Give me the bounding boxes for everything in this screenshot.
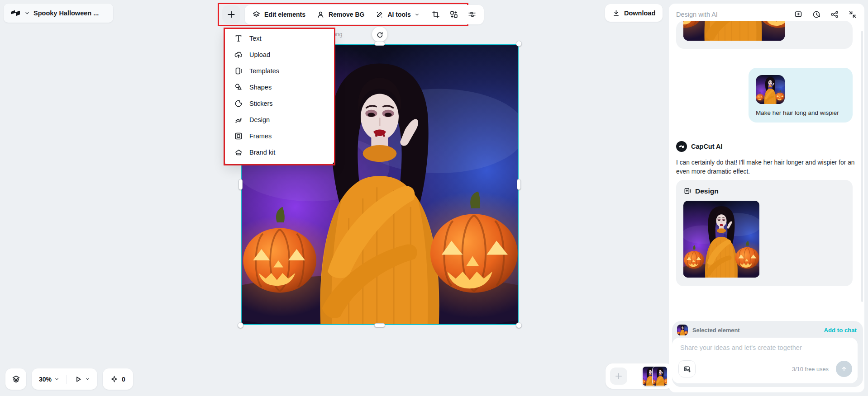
capcut-ai-avatar: [676, 141, 687, 152]
frames-icon: [234, 132, 243, 141]
menu-item-templates[interactable]: Templates: [225, 63, 334, 79]
ai-tools-label: AI tools: [387, 11, 410, 18]
send-arrow-icon: [840, 365, 848, 372]
layers-icon: [11, 374, 21, 384]
menu-item-shapes[interactable]: Shapes: [225, 79, 334, 95]
free-uses-counter: 3/10 free uses: [792, 366, 829, 372]
attach-image-button[interactable]: [678, 360, 696, 377]
crop-icon[interactable]: [431, 10, 440, 19]
history-icon[interactable]: [812, 10, 821, 19]
chevron-down-icon[interactable]: [54, 377, 59, 382]
toolbar-annotation-box: Edit elements Remove BG AI tools: [218, 3, 468, 26]
brandkit-icon: [234, 148, 243, 157]
adjust-icon[interactable]: [467, 10, 477, 19]
divider: [632, 372, 632, 381]
ai-tools-button[interactable]: AI tools: [375, 10, 419, 19]
previous-message-bubble: [676, 21, 853, 49]
credits-count: 0: [122, 376, 125, 383]
divider: [67, 375, 67, 384]
handle-top-right[interactable]: [516, 41, 522, 47]
add-element-button[interactable]: [222, 5, 240, 24]
user-message-thumbnail[interactable]: [756, 75, 785, 104]
menu-item-design[interactable]: Design: [225, 112, 334, 128]
handle-bottom-right[interactable]: [516, 322, 522, 328]
document-pill[interactable]: Spooky Halloween ...: [4, 4, 113, 23]
chevron-down-icon: [415, 12, 420, 17]
menu-item-stickers[interactable]: Stickers: [225, 95, 334, 112]
rotate-handle[interactable]: [372, 27, 387, 42]
image-add-icon: [683, 365, 692, 373]
add-menu-annotation-box: Text Upload Templates Shapes Stickers De…: [224, 28, 335, 165]
selection-toolbar: Edit elements Remove BG AI tools: [245, 5, 484, 24]
download-label: Download: [624, 9, 655, 17]
assistant-message: I can certainly do that! I'll make her h…: [676, 158, 856, 176]
zoom-level[interactable]: 30%: [39, 376, 52, 383]
credits-button[interactable]: 0: [103, 368, 133, 390]
handle-bottom[interactable]: [374, 323, 385, 327]
send-button[interactable]: [836, 361, 852, 377]
chat-composer: Selected element Add to chat 3/10 free u…: [672, 321, 863, 387]
upload-icon: [234, 50, 243, 59]
present-play-icon[interactable]: [74, 375, 82, 383]
chat-input[interactable]: [680, 344, 848, 351]
design-result-card: Design: [676, 180, 853, 286]
add-element-menu: Text Upload Templates Shapes Stickers De…: [225, 29, 334, 164]
plus-icon: [226, 9, 236, 19]
design-card-title: Design: [695, 187, 719, 195]
selected-element-thumbnail: [677, 325, 688, 335]
download-icon: [612, 9, 620, 17]
menu-item-upload[interactable]: Upload: [225, 47, 334, 63]
selected-element-label: Selected element: [692, 327, 740, 334]
design-doc-icon: [683, 187, 692, 195]
assistant-row: CapCut AI: [676, 141, 723, 152]
panel-scrollbar[interactable]: [861, 31, 863, 302]
chevron-down-icon[interactable]: [85, 377, 90, 382]
previous-message-image[interactable]: [683, 21, 785, 41]
add-to-chat-button[interactable]: Add to chat: [824, 327, 857, 334]
layers-panel-button[interactable]: [5, 368, 26, 390]
remove-bg-button[interactable]: Remove BG: [316, 10, 364, 19]
user-message-text: Make her hair long and wispier: [756, 109, 845, 116]
plus-icon: [614, 372, 623, 381]
replace-icon[interactable]: [449, 10, 458, 19]
assistant-name: CapCut AI: [691, 143, 723, 150]
stickers-icon: [234, 99, 243, 108]
edit-elements-label: Edit elements: [264, 11, 305, 18]
pages-bar: [606, 363, 673, 389]
user-message-bubble: Make her hair long and wispier: [749, 68, 853, 123]
menu-item-text[interactable]: Text: [225, 30, 334, 47]
new-chat-icon[interactable]: [794, 10, 803, 19]
bottom-left-controls: 30% 0: [5, 368, 133, 390]
person-icon: [316, 10, 325, 19]
text-icon: [234, 34, 243, 43]
zoom-playback-control: 30%: [32, 368, 97, 390]
handle-top[interactable]: [374, 42, 385, 46]
page-thumbnail[interactable]: [652, 366, 668, 386]
layers-icon: [252, 10, 261, 19]
chevron-down-icon[interactable]: [24, 10, 30, 16]
capcut-logo-icon: [10, 9, 21, 17]
handle-bottom-left[interactable]: [238, 322, 243, 328]
collapse-icon[interactable]: [848, 10, 857, 19]
menu-item-brand-kit[interactable]: Brand kit: [225, 144, 334, 160]
design-result-image[interactable]: [683, 201, 759, 278]
magic-pen-icon: [375, 10, 384, 19]
handle-left[interactable]: [238, 179, 243, 190]
edit-elements-button[interactable]: Edit elements: [252, 10, 305, 19]
download-button[interactable]: Download: [605, 4, 663, 22]
templates-icon: [234, 66, 243, 75]
document-title[interactable]: Spooky Halloween ...: [33, 9, 99, 17]
ai-panel-title: Design with AI: [676, 11, 718, 18]
sparkle-icon: [110, 375, 118, 383]
add-page-button[interactable]: [610, 368, 627, 385]
design-with-ai-panel: Design with AI Make her hair long and wi…: [669, 4, 864, 392]
menu-item-frames[interactable]: Frames: [225, 128, 334, 144]
handle-right[interactable]: [517, 179, 521, 190]
design-icon: [234, 115, 243, 124]
share-icon[interactable]: [830, 10, 839, 19]
chat-input-card: 3/10 free uses: [672, 338, 858, 383]
remove-bg-label: Remove BG: [329, 11, 364, 18]
shapes-icon: [234, 83, 243, 92]
